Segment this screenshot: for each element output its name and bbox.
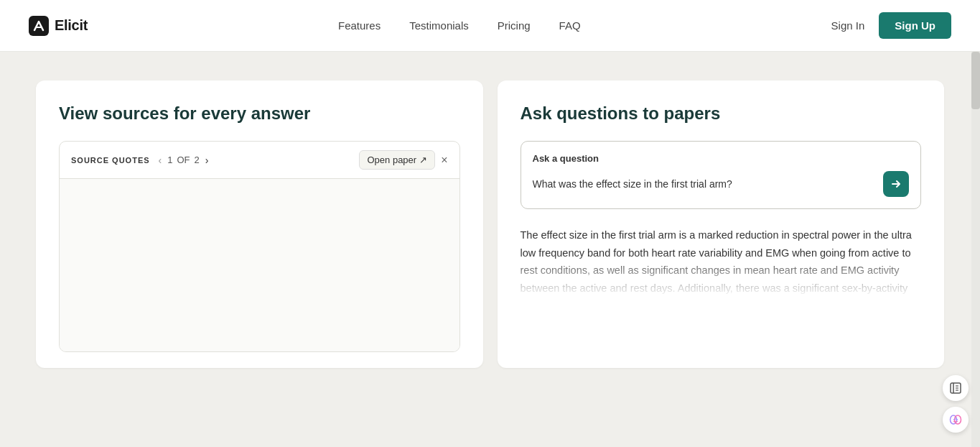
prev-page-arrow[interactable]: ‹ bbox=[157, 155, 164, 166]
brain-icon bbox=[948, 413, 963, 427]
main-content: View sources for every answer SOURCE QUO… bbox=[0, 52, 980, 397]
open-paper-label: Open paper bbox=[367, 155, 416, 165]
answer-text: The effect size in the first trial arm i… bbox=[521, 226, 922, 298]
sign-up-button[interactable]: Sign Up bbox=[879, 12, 951, 39]
total-pages: 2 bbox=[195, 155, 200, 165]
svg-rect-0 bbox=[29, 16, 49, 36]
header: Elicit Features Testimonials Pricing FAQ… bbox=[0, 0, 980, 52]
current-page: 1 bbox=[167, 155, 172, 165]
close-button[interactable]: × bbox=[441, 154, 447, 167]
arrow-right-icon bbox=[890, 178, 902, 190]
book-floating-icon[interactable] bbox=[943, 375, 969, 401]
source-quotes-card: SOURCE QUOTES ‹ 1 OF 2 › Open paper ↗ × bbox=[59, 141, 460, 352]
logo-icon bbox=[29, 16, 49, 36]
nav-pricing[interactable]: Pricing bbox=[498, 19, 531, 32]
header-actions: Sign In Sign Up bbox=[831, 12, 951, 39]
of-label: OF bbox=[177, 155, 190, 165]
scrollbar-thumb[interactable] bbox=[971, 52, 980, 109]
logo-text: Elicit bbox=[55, 17, 88, 34]
sign-in-link[interactable]: Sign In bbox=[831, 19, 865, 32]
ask-question-label: Ask a question bbox=[533, 153, 910, 164]
source-quotes-header: SOURCE QUOTES ‹ 1 OF 2 › Open paper ↗ × bbox=[60, 142, 459, 179]
source-quotes-label: SOURCE QUOTES bbox=[71, 156, 150, 165]
brain-floating-icon[interactable] bbox=[943, 407, 969, 433]
nav-testimonials[interactable]: Testimonials bbox=[409, 19, 469, 32]
nav-features[interactable]: Features bbox=[338, 19, 381, 32]
scrollbar-track bbox=[971, 52, 980, 447]
question-input-row bbox=[533, 171, 910, 197]
right-panel-title: Ask questions to papers bbox=[521, 103, 922, 124]
submit-question-button[interactable] bbox=[883, 171, 909, 197]
left-panel: View sources for every answer SOURCE QUO… bbox=[36, 80, 483, 368]
book-icon bbox=[949, 382, 962, 395]
next-page-arrow[interactable]: › bbox=[204, 155, 210, 166]
source-quotes-actions: Open paper ↗ × bbox=[359, 150, 447, 170]
pagination-controls: ‹ 1 OF 2 › bbox=[157, 155, 210, 166]
left-panel-title: View sources for every answer bbox=[59, 103, 460, 124]
open-paper-button[interactable]: Open paper ↗ bbox=[359, 150, 435, 170]
question-input[interactable] bbox=[533, 178, 878, 190]
answer-text-container: The effect size in the first trial arm i… bbox=[521, 226, 922, 298]
source-quotes-body bbox=[60, 179, 459, 351]
right-panel: Ask questions to papers Ask a question T… bbox=[498, 80, 945, 368]
ask-question-card: Ask a question bbox=[521, 141, 922, 209]
floating-icons bbox=[943, 375, 969, 433]
logo[interactable]: Elicit bbox=[29, 16, 88, 36]
open-paper-icon: ↗ bbox=[419, 155, 427, 165]
main-nav: Features Testimonials Pricing FAQ bbox=[338, 19, 581, 32]
nav-faq[interactable]: FAQ bbox=[559, 19, 581, 32]
